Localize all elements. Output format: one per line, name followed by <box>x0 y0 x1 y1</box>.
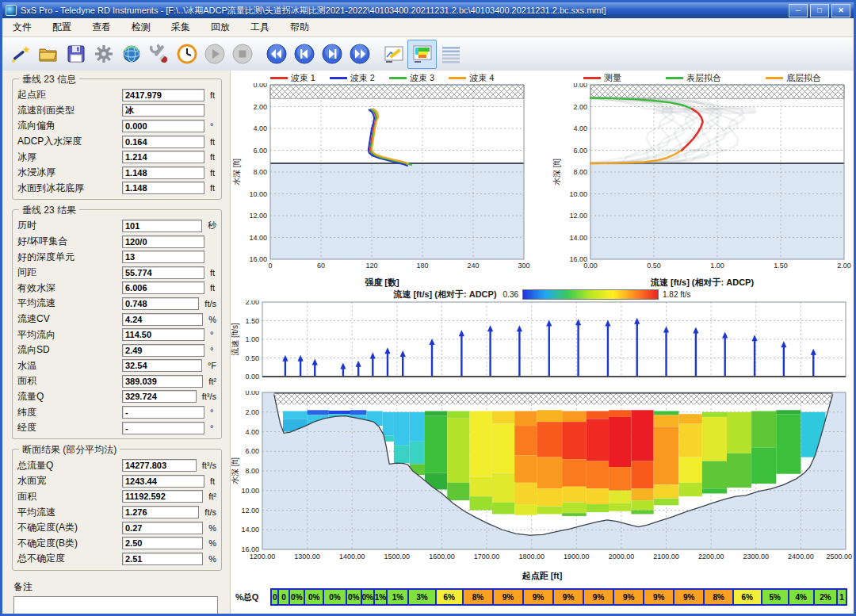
menu-配置[interactable]: 配置 <box>42 18 82 36</box>
field-row: 总流量Q14277.803ft³/s <box>17 457 216 473</box>
field-value-box[interactable]: - <box>122 422 204 434</box>
globe-button[interactable] <box>117 40 145 68</box>
field-row: 总不确定度2.51% <box>17 551 216 567</box>
percent-cell: 3% <box>409 590 436 604</box>
wrench-tools-button[interactable] <box>145 40 173 68</box>
field-value-box[interactable]: 1.148 <box>122 182 204 194</box>
menu-检测[interactable]: 检测 <box>121 18 161 36</box>
maximize-button[interactable]: □ <box>810 4 829 17</box>
field-label: 平均流速 <box>17 506 122 519</box>
field-value-box[interactable]: 1.214 <box>122 151 204 163</box>
velocity-fit-plot[interactable]: 0.002.004.006.008.0010.0012.0014.0016.00… <box>552 83 852 274</box>
open-folder-icon <box>37 43 59 65</box>
field-value-box[interactable]: 0.27 <box>122 522 203 534</box>
svg-text:2100.00: 2100.00 <box>653 553 679 561</box>
menu-帮助[interactable]: 帮助 <box>280 18 319 36</box>
field-unit: ft <box>210 168 215 178</box>
svg-text:2000.00: 2000.00 <box>609 553 635 561</box>
svg-text:8.00: 8.00 <box>245 467 259 475</box>
play-disabled-button[interactable] <box>201 40 228 68</box>
nav-prev-button[interactable] <box>290 40 318 68</box>
svg-text:8.00: 8.00 <box>253 168 267 176</box>
field-value-box[interactable]: 114.50 <box>122 328 204 341</box>
svg-text:10.00: 10.00 <box>249 190 267 198</box>
menu-查看[interactable]: 查看 <box>82 18 121 36</box>
nav-next-icon <box>321 43 343 65</box>
field-label: 不确定度(B类) <box>17 537 122 550</box>
field-value-box[interactable]: 2417.979 <box>122 89 204 101</box>
field-value-box[interactable]: 0.748 <box>122 297 199 310</box>
percent-cell: 6% <box>734 590 762 604</box>
percent-cell: 4% <box>789 590 815 604</box>
stop-disabled-button[interactable] <box>228 40 256 68</box>
notes-textarea[interactable] <box>13 596 218 614</box>
field-row: 水面到冰花底厚1.148ft <box>17 181 216 197</box>
open-folder-button[interactable] <box>34 40 62 68</box>
field-value-box[interactable]: 2.51 <box>122 553 203 565</box>
svg-text:60: 60 <box>317 262 325 270</box>
ensemble-list-button[interactable] <box>437 40 464 68</box>
field-value-box[interactable]: 329.724 <box>122 390 197 403</box>
menu-文件[interactable]: 文件 <box>2 18 42 36</box>
contour-view-button[interactable] <box>407 40 437 69</box>
nav-last-button[interactable] <box>346 40 373 68</box>
field-value-box[interactable]: 11192.592 <box>122 490 203 503</box>
field-value-box[interactable]: - <box>122 406 204 419</box>
edit-chart-button[interactable] <box>380 40 407 68</box>
beam-intensity-plot[interactable]: 0.002.004.006.008.0010.0012.0014.0016.00… <box>232 83 532 274</box>
menu-采集[interactable]: 采集 <box>161 18 201 36</box>
svg-text:0.50: 0.50 <box>647 262 661 270</box>
field-row: 水面宽1243.44ft <box>17 473 216 489</box>
clock-button[interactable] <box>173 40 201 68</box>
field-unit: ft <box>210 137 215 147</box>
field-value-box[interactable]: 1243.44 <box>122 475 204 488</box>
field-value-box[interactable]: 2.49 <box>122 344 204 357</box>
save-button[interactable] <box>62 40 90 68</box>
field-row: 有效水深6.006ft <box>17 281 216 297</box>
field-value-box[interactable]: 2.50 <box>122 537 203 549</box>
field-value-box[interactable]: 4.24 <box>122 313 203 326</box>
contour-plot[interactable]: 0.002.004.006.008.0010.0012.0014.0016.00… <box>231 391 854 570</box>
svg-text:1800.00: 1800.00 <box>518 553 545 561</box>
field-row: 间距55.774ft <box>17 265 216 281</box>
svg-text:2.00: 2.00 <box>245 300 259 306</box>
legend-item: 波束 3 <box>389 72 434 84</box>
percent-cell: 1% <box>388 590 409 604</box>
field-value-box[interactable]: 1.276 <box>122 506 199 518</box>
percent-cell: 9% <box>524 590 554 604</box>
field-value-box[interactable]: 120/0 <box>122 235 204 248</box>
minimize-button[interactable]: ─ <box>789 4 808 17</box>
nav-first-button[interactable] <box>262 40 290 68</box>
field-row: 水浸冰厚1.148ft <box>17 165 216 181</box>
field-value-box[interactable]: 6.006 <box>122 281 204 294</box>
field-value-box[interactable]: 冰 <box>122 104 204 117</box>
field-value-box[interactable]: 0.000 <box>122 120 204 132</box>
field-value-box[interactable]: 0.164 <box>122 136 204 148</box>
field-value-box[interactable]: 14277.803 <box>122 459 197 472</box>
menu-工具[interactable]: 工具 <box>240 18 280 36</box>
nav-next-button[interactable] <box>318 40 346 68</box>
field-value-box[interactable]: 101 <box>122 220 202 232</box>
svg-text:1200.00: 1200.00 <box>250 553 276 561</box>
field-value-box[interactable]: 32.54 <box>122 359 202 372</box>
svg-text:2500.00: 2500.00 <box>826 553 852 561</box>
close-button[interactable]: ✕ <box>831 4 850 17</box>
field-label: 流速CV <box>17 312 122 326</box>
wizard-button[interactable] <box>6 40 34 68</box>
field-value-box[interactable]: 1.148 <box>122 166 204 179</box>
legend-swatch <box>583 77 601 79</box>
legend-swatch <box>330 77 347 79</box>
velocity-arrows-plot[interactable]: 0.000.501.001.502.00流速 [ft/s] <box>231 300 854 391</box>
field-value-box[interactable]: 55.774 <box>122 266 204 279</box>
percent-cell: 6% <box>437 590 464 604</box>
field-label: 水面宽 <box>17 474 122 488</box>
field-value-box[interactable]: 389.039 <box>122 375 203 388</box>
field-label: 水温 <box>17 359 122 373</box>
field-value-box[interactable]: 13 <box>122 251 204 263</box>
menu-回放[interactable]: 回放 <box>201 18 240 36</box>
settings-gear-button[interactable] <box>90 40 117 68</box>
field-label: 平均流速 <box>17 297 122 310</box>
app-icon <box>6 5 17 16</box>
svg-text:16.00: 16.00 <box>249 255 267 263</box>
svg-text:6.00: 6.00 <box>245 447 259 455</box>
